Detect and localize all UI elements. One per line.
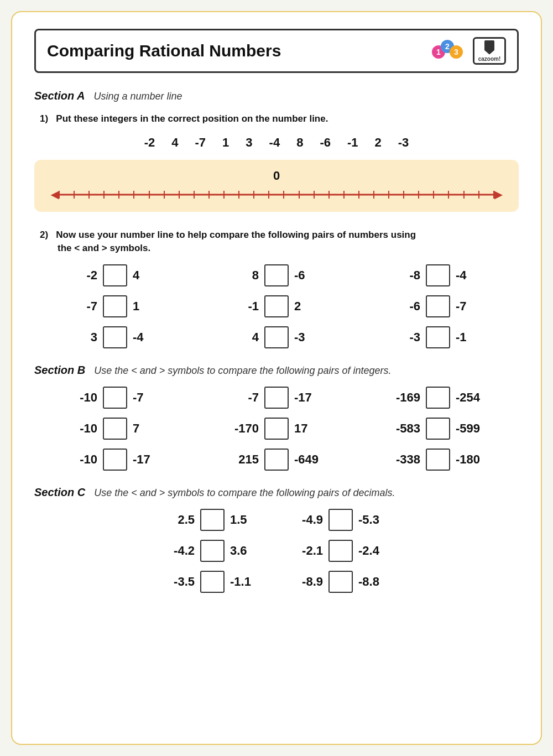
cg-b3: -169 -254 <box>396 387 480 409</box>
cg-a9: -3 -1 <box>396 326 480 348</box>
cazoom-label: cazoom! <box>478 56 501 62</box>
cn-a3-r: -4 <box>456 268 480 283</box>
cb-c5[interactable] <box>200 571 225 593</box>
nl-tick-13 <box>253 191 254 199</box>
cb-b6[interactable] <box>426 418 450 440</box>
cn-b4-l: -10 <box>73 421 97 436</box>
cn-a5-l: -1 <box>234 299 259 314</box>
sec-c-row-1: 2.5 1.5 -4.9 -5.3 <box>34 509 519 531</box>
int-1: -2 <box>144 135 155 150</box>
cn-b8-r: -649 <box>294 452 319 467</box>
section-c: Section C Use the < and > symbols to com… <box>34 486 519 593</box>
cb-a7[interactable] <box>103 326 127 348</box>
cazoom-logo: cazoom! <box>473 37 506 65</box>
cb-a9[interactable] <box>426 326 450 348</box>
section-a-header: Section A Using a number line <box>34 90 519 102</box>
nl-tick-20 <box>358 191 359 199</box>
cb-a1[interactable] <box>103 264 127 286</box>
nl-tick-2 <box>88 191 90 199</box>
nl-tick-4 <box>118 191 119 199</box>
q2-number: 2) <box>40 230 48 240</box>
int-5: 3 <box>246 135 252 150</box>
sec-a-row-3: 3 -4 4 -3 -3 -1 <box>34 326 519 348</box>
sec-c-row-3: -3.5 -1.1 -8.9 -8.8 <box>34 571 519 593</box>
cb-b9[interactable] <box>426 449 450 471</box>
cg-a6: -6 -7 <box>396 295 480 317</box>
cb-b4[interactable] <box>103 418 127 440</box>
nl-tick-3 <box>103 191 105 199</box>
cn-b7-l: -10 <box>73 452 97 467</box>
num-3-icon: 3 <box>450 45 463 59</box>
cg-b7: -10 -17 <box>73 449 157 471</box>
cn-a1-r: 4 <box>133 268 157 283</box>
cg-b5: -170 17 <box>234 418 319 440</box>
cn-c5-l: -3.5 <box>170 575 195 589</box>
section-c-desc: Use the < and > symbols to compare the f… <box>94 487 395 499</box>
int-4: 1 <box>222 135 229 150</box>
question-1: 1) Put these integers in the correct pos… <box>40 112 519 126</box>
header-logos: 1 2 3 cazoom! <box>432 37 506 65</box>
cg-a5: -1 2 <box>234 295 319 317</box>
cg-b9: -338 -180 <box>396 449 480 471</box>
section-c-label: Section C <box>34 486 85 499</box>
sec-b-row-1: -10 -7 -7 -17 -169 -254 <box>34 387 519 409</box>
cn-b2-r: -17 <box>294 390 319 405</box>
nl-tick-5 <box>133 191 134 199</box>
nl-tick-19 <box>343 191 345 199</box>
cb-a6[interactable] <box>426 295 450 317</box>
nl-tick-24 <box>418 191 419 199</box>
cn-a6-l: -6 <box>396 299 420 314</box>
nl-tick-0 <box>59 191 60 199</box>
cb-a2[interactable] <box>264 264 289 286</box>
nl-tick-15 <box>283 191 284 199</box>
number-line: ◀ ▶ <box>51 189 502 201</box>
cb-c2[interactable] <box>328 509 353 531</box>
cb-c4[interactable] <box>328 540 353 562</box>
int-3: -7 <box>195 135 206 150</box>
section-c-header: Section C Use the < and > symbols to com… <box>34 486 519 499</box>
number-line-container: 0 ◀ ▶ <box>34 160 519 212</box>
cn-a2-r: -6 <box>294 268 319 283</box>
cb-c6[interactable] <box>328 571 353 593</box>
sec-a-row-2: -7 1 -1 2 -6 -7 <box>34 295 519 317</box>
nl-tick-26 <box>448 191 449 199</box>
cb-c1[interactable] <box>200 509 225 531</box>
cn-c2-r: -5.3 <box>358 513 383 527</box>
cb-a3[interactable] <box>426 264 450 286</box>
cn-b1-r: -7 <box>133 390 157 405</box>
nl-tick-27 <box>463 191 465 199</box>
q2-text2: the < and > symbols. <box>40 243 150 253</box>
cn-b2-l: -7 <box>234 390 259 405</box>
cn-b9-l: -338 <box>396 452 420 467</box>
cb-b3[interactable] <box>426 387 450 409</box>
cb-b8[interactable] <box>264 449 289 471</box>
nl-tick-21 <box>373 191 374 199</box>
cn-b9-r: -180 <box>456 452 480 467</box>
cg-c6: -8.9 -8.8 <box>299 571 383 593</box>
cb-b7[interactable] <box>103 449 127 471</box>
cb-a4[interactable] <box>103 295 127 317</box>
section-b-header: Section B Use the < and > symbols to com… <box>34 364 519 377</box>
cb-a5[interactable] <box>264 295 289 317</box>
nl-inner <box>59 189 494 201</box>
nl-tick-6 <box>149 191 150 199</box>
cb-b2[interactable] <box>264 387 289 409</box>
cg-c5: -3.5 -1.1 <box>170 571 254 593</box>
cn-c2-l: -4.9 <box>299 513 323 527</box>
nl-tick-11 <box>223 191 225 199</box>
int-10: 2 <box>375 135 382 150</box>
cn-a3-l: -8 <box>396 268 420 283</box>
cg-a4: -7 1 <box>73 295 157 317</box>
cb-a8[interactable] <box>264 326 289 348</box>
sec-b-row-3: -10 -17 215 -649 -338 -180 <box>34 449 519 471</box>
cb-b5[interactable] <box>264 418 289 440</box>
cg-a2: 8 -6 <box>234 264 319 286</box>
cb-c3[interactable] <box>200 540 225 562</box>
cn-b5-l: -170 <box>234 421 259 436</box>
cn-c3-l: -4.2 <box>170 544 195 558</box>
section-a-desc: Using a number line <box>94 91 182 102</box>
cn-a7-r: -4 <box>133 330 157 345</box>
cb-b1[interactable] <box>103 387 127 409</box>
int-11: -3 <box>398 135 409 150</box>
page-header: Comparing Rational Numbers 1 2 3 cazoom! <box>34 29 519 73</box>
